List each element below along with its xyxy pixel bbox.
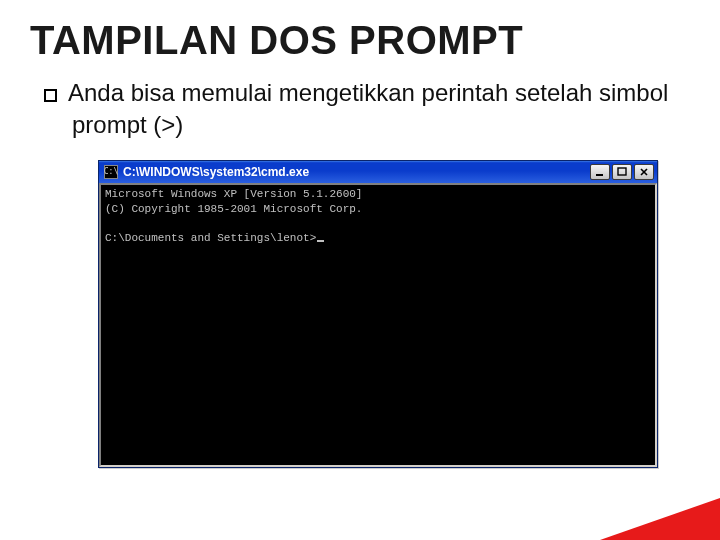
bullet-square-icon xyxy=(44,89,57,102)
cursor-icon xyxy=(317,240,324,242)
titlebar[interactable]: C:\ C:\WINDOWS\system32\cmd.exe xyxy=(99,161,657,183)
close-button[interactable] xyxy=(634,164,654,180)
window-buttons xyxy=(590,164,654,180)
minimize-button[interactable] xyxy=(590,164,610,180)
cmd-icon: C:\ xyxy=(104,165,118,179)
bullet-rest: bisa memulai mengetikkan perintah setela… xyxy=(72,79,668,138)
terminal-line: Microsoft Windows XP [Version 5.1.2600] xyxy=(105,188,362,200)
window-title: C:\WINDOWS\system32\cmd.exe xyxy=(123,165,590,179)
cmd-icon-text: C:\ xyxy=(104,168,118,176)
close-icon xyxy=(639,167,649,177)
terminal-prompt: C:\Documents and Settings\lenot> xyxy=(105,232,316,244)
terminal-frame: Microsoft Windows XP [Version 5.1.2600] … xyxy=(99,183,657,467)
maximize-icon xyxy=(617,167,627,177)
body-paragraph: Anda bisa memulai mengetikkan perintah s… xyxy=(30,77,690,142)
bullet-lead: Anda xyxy=(68,79,124,106)
cmd-window: C:\ C:\WINDOWS\system32\cmd.exe Microsof… xyxy=(98,160,658,468)
svg-rect-1 xyxy=(618,168,626,175)
maximize-button[interactable] xyxy=(612,164,632,180)
page-title: TAMPILAN DOS PROMPT xyxy=(30,18,690,63)
minimize-icon xyxy=(595,167,605,177)
terminal[interactable]: Microsoft Windows XP [Version 5.1.2600] … xyxy=(101,185,655,465)
terminal-line: (C) Copyright 1985-2001 Microsoft Corp. xyxy=(105,203,362,215)
svg-rect-0 xyxy=(596,174,603,176)
slide: TAMPILAN DOS PROMPT Anda bisa memulai me… xyxy=(0,0,720,540)
slide-corner-accent xyxy=(600,498,720,540)
